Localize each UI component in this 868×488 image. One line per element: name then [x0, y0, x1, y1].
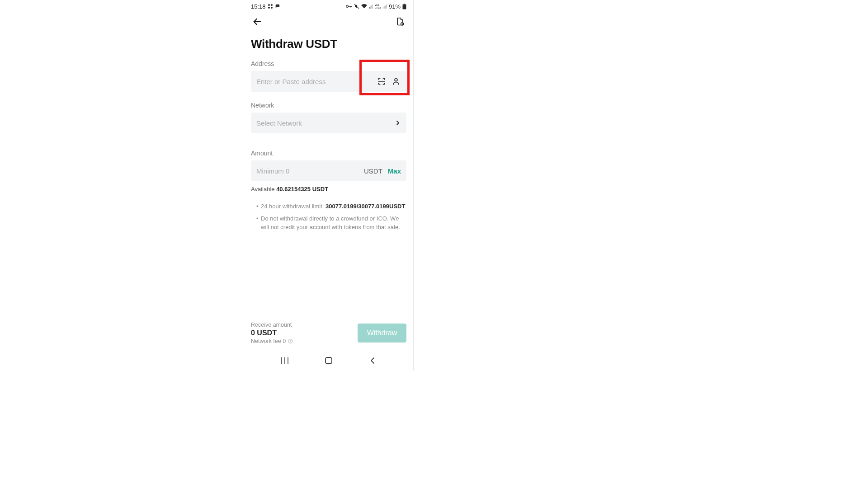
- signal-1-icon: [369, 4, 373, 9]
- scan-icon: [377, 77, 386, 86]
- notes-section: 24 hour withdrawal limit: 30077.0199/300…: [251, 202, 406, 235]
- svg-rect-12: [386, 5, 387, 9]
- receive-amount-label: Receive amount: [251, 322, 293, 328]
- svg-rect-6: [370, 6, 371, 9]
- network-select[interactable]: Select Network: [251, 113, 406, 133]
- svg-rect-7: [371, 5, 372, 9]
- recents-icon: [280, 357, 289, 365]
- amount-input[interactable]: [256, 167, 359, 175]
- network-label: Network: [251, 102, 406, 109]
- svg-rect-13: [404, 4, 405, 5]
- battery-percent: 91%: [389, 3, 401, 10]
- svg-point-3: [271, 7, 273, 9]
- svg-rect-10: [384, 6, 385, 9]
- signal-2-icon: [383, 4, 387, 9]
- address-label: Address: [251, 60, 406, 67]
- svg-rect-11: [385, 5, 386, 9]
- app-header: [245, 13, 413, 31]
- svg-point-0: [268, 4, 270, 6]
- svg-point-2: [268, 7, 270, 9]
- withdrawal-limit-note: 24 hour withdrawal limit: 30077.0199/300…: [256, 202, 406, 211]
- limit-value: 30077.0199/30077.0199USDT: [326, 203, 405, 210]
- history-button[interactable]: [394, 15, 406, 28]
- svg-point-1: [271, 4, 273, 6]
- wifi-icon: [361, 4, 367, 9]
- bottom-bar: Receive amount 0 USDT Network fee 0 With…: [251, 318, 406, 351]
- home-button[interactable]: [322, 354, 335, 367]
- svg-rect-5: [369, 7, 370, 9]
- withdraw-button[interactable]: Withdraw: [358, 324, 406, 343]
- document-history-icon: [396, 17, 405, 26]
- page-title: Withdraw USDT: [251, 37, 406, 51]
- amount-max-button[interactable]: Max: [388, 167, 401, 175]
- available-prefix: Available: [251, 186, 276, 192]
- address-input-row: [251, 71, 406, 92]
- status-time: 15:18: [251, 3, 266, 10]
- svg-rect-25: [326, 357, 332, 364]
- network-placeholder: Select Network: [256, 119, 302, 127]
- arrow-left-icon: [252, 17, 262, 27]
- svg-rect-8: [372, 5, 373, 9]
- svg-point-21: [290, 340, 291, 341]
- back-nav-icon: [369, 357, 376, 365]
- vpn-key-icon: [346, 4, 352, 9]
- svg-point-18: [395, 79, 397, 81]
- home-icon: [325, 357, 333, 365]
- recent-apps-button[interactable]: [278, 354, 291, 367]
- content-area: Withdraw USDT Address Network Select Net…: [245, 31, 413, 351]
- svg-rect-14: [403, 4, 406, 9]
- svg-point-4: [346, 5, 348, 8]
- person-icon: [392, 77, 401, 86]
- info-icon[interactable]: [288, 338, 293, 344]
- back-nav-button[interactable]: [366, 354, 379, 367]
- amount-unit: USDT: [364, 167, 382, 175]
- network-fee-label: Network fee 0: [251, 338, 286, 344]
- available-balance: Available 40.62154325 USDT: [251, 186, 406, 192]
- available-value: 40.62154325 USDT: [276, 186, 328, 192]
- limit-prefix: 24 hour withdrawal limit:: [261, 203, 326, 210]
- phone-frame: 15:18 Vo)LTE2 91%: [245, 0, 414, 371]
- status-app-icon-2: [275, 4, 280, 9]
- volte-icon: Vo)LTE2: [375, 4, 381, 9]
- back-button[interactable]: [251, 15, 264, 28]
- address-book-button[interactable]: [391, 76, 401, 86]
- scan-qr-button[interactable]: [377, 76, 387, 86]
- battery-icon: [402, 4, 406, 9]
- ico-warning-note: Do not withdrawal directly to a crowdfun…: [256, 215, 406, 232]
- mute-icon: [354, 4, 359, 9]
- address-input[interactable]: [256, 78, 372, 85]
- chevron-right-icon: [396, 120, 400, 126]
- amount-input-row: USDT Max: [251, 160, 406, 181]
- receive-amount-value: 0 USDT: [251, 329, 293, 337]
- status-bar: 15:18 Vo)LTE2 91%: [245, 0, 413, 13]
- android-nav-bar: [245, 351, 413, 371]
- svg-rect-9: [383, 7, 384, 9]
- amount-label: Amount: [251, 150, 406, 157]
- status-app-icon-1: [268, 4, 273, 9]
